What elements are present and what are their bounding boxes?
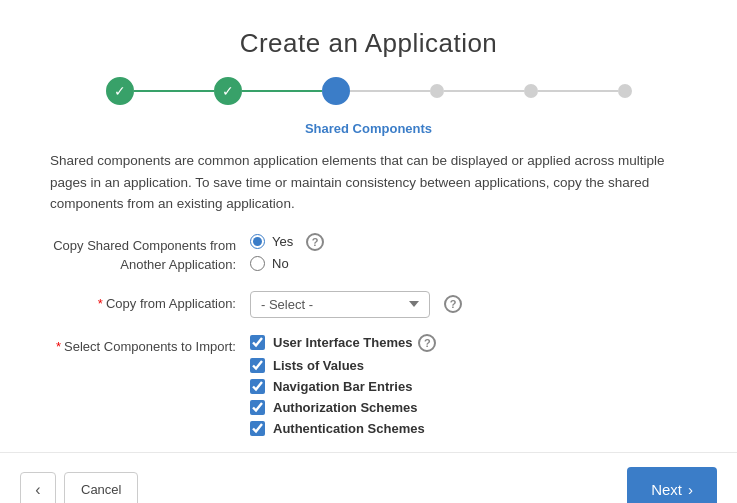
checkbox-lists[interactable]: Lists of Values: [250, 358, 687, 373]
checkbox-group: User Interface Themes ? Lists of Values …: [250, 334, 687, 436]
copy-from-select[interactable]: - Select -: [250, 291, 430, 318]
page-container: Create an Application ✓ ✓ Shared Compone…: [0, 0, 737, 503]
checkbox-authn-schemes[interactable]: Authentication Schemes: [250, 421, 687, 436]
step-line-5: [538, 90, 618, 92]
required-star-1: *: [98, 296, 103, 311]
prev-button[interactable]: ‹: [20, 472, 56, 503]
step-3: [322, 77, 350, 105]
step-line-4: [444, 90, 524, 92]
checkbox-ui-themes-label: User Interface Themes: [273, 335, 412, 350]
copy-shared-row: Copy Shared Components from Another Appl…: [50, 233, 687, 275]
cancel-button[interactable]: Cancel: [64, 472, 138, 503]
checkbox-nav-bar[interactable]: Navigation Bar Entries: [250, 379, 687, 394]
form-area: Copy Shared Components from Another Appl…: [0, 233, 737, 452]
step-5: [524, 84, 538, 98]
prev-icon: ‹: [35, 481, 40, 499]
step-4: [430, 84, 444, 98]
title-area: Create an Application: [0, 0, 737, 77]
next-label: Next: [651, 481, 682, 498]
checkbox-auth-schemes[interactable]: Authorization Schemes: [250, 400, 687, 415]
radio-yes-label: Yes: [272, 234, 293, 249]
copy-from-help-icon[interactable]: ?: [444, 295, 462, 313]
step-2: ✓: [214, 77, 242, 105]
copy-shared-controls: Yes ? No: [250, 233, 687, 271]
checkbox-lists-label: Lists of Values: [273, 358, 364, 373]
step-line-3: [350, 90, 430, 92]
select-components-controls: User Interface Themes ? Lists of Values …: [250, 334, 687, 436]
copy-from-row: *Copy from Application: - Select - ?: [50, 291, 687, 318]
radio-no-input[interactable]: [250, 256, 265, 271]
select-components-row: *Select Components to Import: User Inter…: [50, 334, 687, 436]
step-label-row: Shared Components: [0, 121, 737, 150]
checkbox-nav-bar-input[interactable]: [250, 379, 265, 394]
ui-themes-help-icon[interactable]: ?: [418, 334, 436, 352]
checkmark-icon-2: ✓: [222, 83, 234, 99]
checkbox-ui-themes[interactable]: User Interface Themes: [250, 335, 412, 350]
select-components-label: *Select Components to Import:: [50, 334, 250, 357]
copy-from-label: *Copy from Application:: [50, 291, 250, 314]
step-line-2: [242, 90, 322, 92]
checkbox-authn-schemes-input[interactable]: [250, 421, 265, 436]
checkbox-ui-themes-input[interactable]: [250, 335, 265, 350]
step-line-1: [134, 90, 214, 92]
checkmark-icon: ✓: [114, 83, 126, 99]
checkbox-auth-schemes-input[interactable]: [250, 400, 265, 415]
select-wrapper: - Select - ?: [250, 291, 687, 318]
bottom-bar: ‹ Cancel Next ›: [0, 452, 737, 503]
next-button[interactable]: Next ›: [627, 467, 717, 503]
radio-no-label: No: [272, 256, 289, 271]
next-arrow-icon: ›: [688, 481, 693, 498]
checkbox-auth-schemes-label: Authorization Schemes: [273, 400, 417, 415]
checkbox-ui-themes-row: User Interface Themes ?: [250, 334, 687, 352]
radio-yes-input[interactable]: [250, 234, 265, 249]
description: Shared components are common application…: [0, 150, 737, 233]
copy-shared-radio-group: Yes ? No: [250, 233, 687, 271]
wizard-steps: ✓ ✓: [0, 77, 737, 121]
active-step-label: Shared Components: [305, 121, 432, 136]
radio-yes[interactable]: Yes ?: [250, 233, 687, 251]
copy-from-controls: - Select - ?: [250, 291, 687, 318]
page-title: Create an Application: [0, 28, 737, 59]
bottom-left-buttons: ‹ Cancel: [20, 472, 138, 503]
checkbox-nav-bar-label: Navigation Bar Entries: [273, 379, 412, 394]
checkbox-lists-input[interactable]: [250, 358, 265, 373]
step-6: [618, 84, 632, 98]
required-star-2: *: [56, 339, 61, 354]
step-1: ✓: [106, 77, 134, 105]
checkbox-authn-schemes-label: Authentication Schemes: [273, 421, 425, 436]
copy-shared-label: Copy Shared Components from Another Appl…: [50, 233, 250, 275]
radio-no[interactable]: No: [250, 256, 687, 271]
description-text: Shared components are common application…: [50, 153, 665, 211]
copy-shared-help-icon[interactable]: ?: [306, 233, 324, 251]
